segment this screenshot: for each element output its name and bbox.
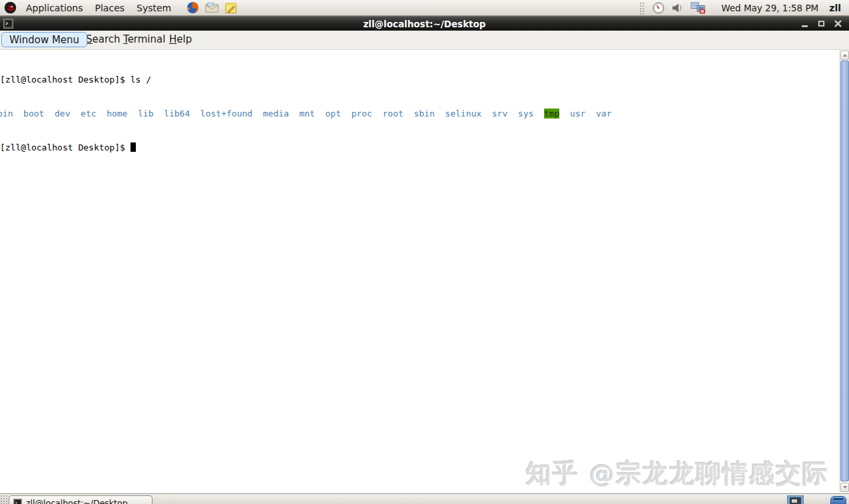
redhat-menu-icon bbox=[4, 1, 17, 14]
directory-item: root bbox=[383, 109, 404, 119]
directory-item: lib64 bbox=[164, 109, 190, 119]
taskbar-window-button[interactable]: zll@localhost:~/Desktop bbox=[9, 495, 152, 504]
bottom-panel-drag-handle[interactable] bbox=[0, 495, 7, 504]
bottom-panel: zll@localhost:~/Desktop bbox=[0, 493, 849, 504]
minimize-button[interactable] bbox=[800, 19, 809, 29]
terminal-screen[interactable]: [zll@localhost Desktop]$ ls / binbootdev… bbox=[0, 50, 839, 493]
directory-item: mnt bbox=[299, 109, 314, 119]
scroll-down-button[interactable] bbox=[840, 483, 849, 492]
volume-icon bbox=[671, 3, 684, 13]
terminal-scrollbar[interactable] bbox=[839, 50, 849, 493]
directory-item: sbin bbox=[414, 109, 434, 119]
gauge-applet[interactable] bbox=[653, 2, 665, 14]
directory-item: usr bbox=[570, 109, 585, 119]
directory-item: opt bbox=[326, 109, 341, 119]
directory-item: srv bbox=[492, 109, 507, 119]
menu-system[interactable]: System bbox=[131, 0, 177, 16]
mail-icon[interactable] bbox=[205, 2, 219, 13]
directory-item: sys bbox=[518, 109, 533, 119]
directory-item: media bbox=[263, 109, 289, 119]
directory-item: etc bbox=[81, 109, 96, 119]
menu-terminal[interactable]: Terminal bbox=[123, 33, 165, 45]
directory-listing: binbootdevetchomeliblib64lost+foundmedia… bbox=[0, 108, 839, 119]
menu-help[interactable]: Help bbox=[169, 33, 192, 45]
panel-launchers bbox=[186, 1, 237, 14]
network-applet[interactable] bbox=[691, 1, 706, 14]
desktop: { "top_panel": { "menus": { "application… bbox=[0, 0, 849, 504]
terminal-prompt: [zll@localhost Desktop]$ bbox=[0, 142, 131, 152]
menu-search[interactable]: Search bbox=[86, 33, 121, 45]
top-panel: Applications Places System Wed May 29, 1… bbox=[0, 0, 849, 16]
panel-clock[interactable]: Wed May 29, 1:58 PM bbox=[721, 3, 818, 13]
chevron-down-icon bbox=[843, 486, 847, 489]
directory-item: dev bbox=[55, 109, 70, 119]
maximize-icon bbox=[817, 19, 826, 28]
notes-icon[interactable] bbox=[225, 2, 237, 14]
window-controls bbox=[800, 19, 849, 29]
workspace-window-thumbnail bbox=[790, 497, 801, 504]
panel-drag-handle[interactable] bbox=[639, 1, 644, 15]
trash-icon[interactable] bbox=[830, 496, 846, 504]
window-menu-button[interactable] bbox=[3, 19, 13, 29]
menu-applications[interactable]: Applications bbox=[20, 0, 89, 16]
terminal-menubar: Window Menu v Search Terminal Help bbox=[0, 31, 849, 50]
directory-item: home bbox=[107, 109, 127, 119]
panel-notification-area: Wed May 29, 1:58 PM zll bbox=[639, 0, 849, 16]
terminal-command-line: [zll@localhost Desktop]$ ls / bbox=[0, 74, 839, 85]
volume-applet[interactable] bbox=[671, 3, 684, 13]
directory-item: proc bbox=[352, 109, 372, 119]
terminal-prompt-line: [zll@localhost Desktop]$ bbox=[0, 142, 839, 153]
directory-item: lost+found bbox=[200, 109, 252, 119]
directory-item: bin bbox=[0, 109, 13, 119]
directory-item: lib bbox=[138, 109, 153, 119]
maximize-button[interactable] bbox=[816, 19, 826, 29]
scroll-up-button[interactable] bbox=[840, 51, 849, 60]
directory-item: selinux bbox=[445, 109, 481, 119]
panel-username[interactable]: zll bbox=[829, 3, 841, 13]
network-icon bbox=[691, 1, 706, 14]
directory-item: tmp bbox=[544, 109, 559, 119]
window-menu-tooltip: Window Menu bbox=[1, 32, 87, 47]
terminal-titlebar[interactable]: zll@localhost:~/Desktop bbox=[0, 16, 849, 31]
main-menu-button[interactable] bbox=[0, 0, 20, 16]
taskbar-window-label: zll@localhost:~/Desktop bbox=[26, 498, 128, 504]
window-title: zll@localhost:~/Desktop bbox=[0, 19, 849, 29]
menu-places[interactable]: Places bbox=[89, 0, 131, 16]
directory-item: var bbox=[596, 109, 611, 119]
close-button[interactable] bbox=[833, 19, 842, 29]
gauge-icon bbox=[653, 2, 665, 14]
minimize-icon bbox=[800, 19, 809, 28]
close-icon bbox=[834, 19, 842, 28]
terminal-cursor[interactable] bbox=[131, 142, 136, 152]
directory-item: boot bbox=[23, 109, 44, 119]
firefox-icon[interactable] bbox=[186, 1, 199, 14]
terminal-icon bbox=[13, 499, 22, 504]
terminal-icon bbox=[3, 19, 13, 29]
chevron-up-icon bbox=[843, 54, 847, 57]
scrollbar-thumb[interactable] bbox=[840, 61, 849, 481]
workspace-switcher[interactable] bbox=[787, 495, 804, 504]
